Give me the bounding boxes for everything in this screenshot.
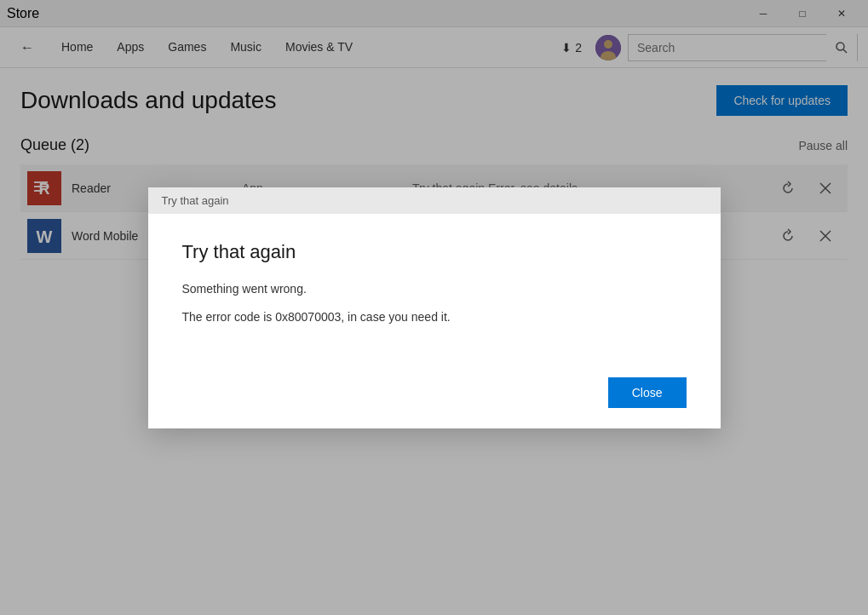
modal-text-1: Something went wrong. (182, 280, 687, 298)
modal-footer: Close (148, 364, 721, 428)
modal-text-2: The error code is 0x80070003, in case yo… (182, 308, 687, 326)
modal-title: Try that again (182, 241, 687, 263)
modal-top-bar-text: Try that again (162, 194, 229, 207)
error-modal: Try that again Try that again Something … (148, 187, 721, 428)
modal-overlay: Try that again Try that again Something … (0, 0, 868, 615)
modal-top-bar: Try that again (148, 187, 721, 214)
modal-body: Try that again Something went wrong. The… (148, 214, 721, 364)
modal-close-button[interactable]: Close (608, 377, 687, 408)
